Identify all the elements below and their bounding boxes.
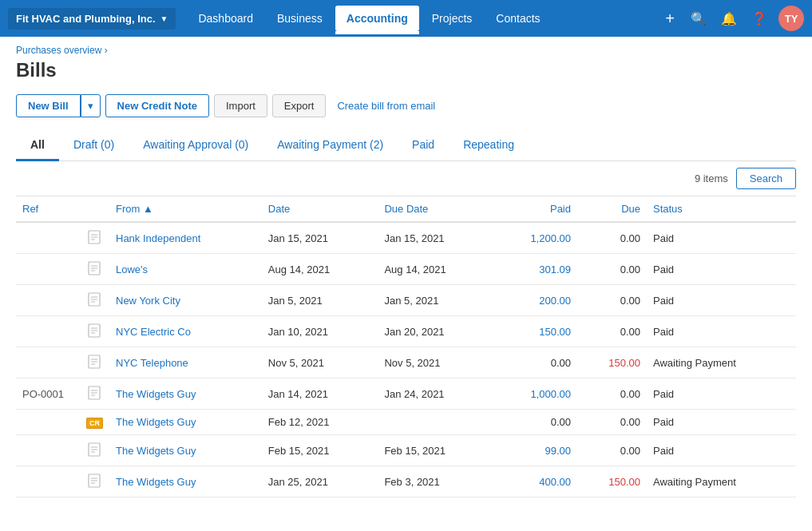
cell-icon (80, 435, 109, 466)
nav-link-business[interactable]: Business (266, 6, 334, 31)
document-icon (86, 473, 102, 489)
new-credit-note-button[interactable]: New Credit Note (105, 94, 209, 117)
tab-repeating[interactable]: Repeating (449, 130, 529, 161)
cell-paid: 0.00 (494, 347, 577, 378)
table-row[interactable]: NYC TelephoneNov 5, 2021Nov 5, 20210.001… (16, 347, 796, 378)
cell-due-date: Nov 5, 2021 (378, 347, 494, 378)
export-button[interactable]: Export (272, 94, 327, 117)
col-from[interactable]: From ▲ (109, 196, 262, 222)
cell-from[interactable]: NYC Telephone (109, 347, 262, 378)
cell-status: Paid (647, 410, 796, 435)
tabs: All Draft (0) Awaiting Approval (0) Awai… (16, 130, 796, 161)
col-date[interactable]: Date (262, 196, 378, 222)
nav-link-dashboard[interactable]: Dashboard (187, 6, 264, 31)
cell-icon (80, 222, 109, 254)
cell-due-date (378, 410, 494, 435)
table-row[interactable]: PO-0001The Widgets GuyJan 14, 2021Jan 24… (16, 378, 796, 410)
table-toolbar: 9 items Search (16, 161, 796, 196)
cell-due: 0.00 (577, 222, 647, 254)
nav-link-accounting[interactable]: Accounting (335, 6, 419, 31)
cell-status: Awaiting Payment (647, 347, 796, 378)
cell-status: Paid (647, 285, 796, 316)
cell-ref (16, 410, 80, 435)
cell-status: Paid (647, 316, 796, 347)
new-bill-group: New Bill ▾ (16, 94, 101, 117)
cell-paid: 150.00 (494, 316, 577, 347)
cell-date: Aug 14, 2021 (262, 254, 378, 285)
cell-date: Jan 15, 2021 (262, 222, 378, 254)
cell-date: Jan 14, 2021 (262, 378, 378, 410)
table-row[interactable]: Hank IndependentJan 15, 2021Jan 15, 2021… (16, 222, 796, 254)
col-due-date[interactable]: Due Date (378, 196, 494, 222)
document-icon (86, 354, 102, 370)
col-status[interactable]: Status (647, 196, 796, 222)
table-row[interactable]: The Widgets GuyJan 25, 2021Feb 3, 202140… (16, 466, 796, 497)
cell-due: 150.00 (577, 466, 647, 497)
cell-from[interactable]: The Widgets Guy (109, 466, 262, 497)
document-icon (86, 385, 102, 401)
table-row[interactable]: NYC Electric CoJan 10, 2021Jan 20, 20211… (16, 316, 796, 347)
tab-paid[interactable]: Paid (398, 130, 449, 161)
bell-icon[interactable]: 🔔 (718, 8, 740, 30)
cell-paid: 400.00 (494, 466, 577, 497)
cell-due-date: Jan 20, 2021 (378, 316, 494, 347)
table-row[interactable]: CRThe Widgets GuyFeb 12, 20210.000.00Pai… (16, 410, 796, 435)
breadcrumb[interactable]: Purchases overview › (16, 45, 796, 56)
tab-draft[interactable]: Draft (0) (59, 130, 129, 161)
nav-link-projects[interactable]: Projects (421, 6, 484, 31)
cell-status: Awaiting Payment (647, 466, 796, 497)
cell-from[interactable]: Hank Independent (109, 222, 262, 254)
cell-due-date: Feb 15, 2021 (378, 435, 494, 466)
tab-all[interactable]: All (16, 130, 59, 161)
cell-ref (16, 254, 80, 285)
tab-awaiting-payment[interactable]: Awaiting Payment (2) (263, 130, 398, 161)
help-icon[interactable]: ❓ (748, 8, 770, 30)
col-ref[interactable]: Ref (16, 196, 80, 222)
cell-icon (80, 466, 109, 497)
cell-date: Jan 25, 2021 (262, 466, 378, 497)
cell-icon (80, 378, 109, 410)
cell-ref (16, 435, 80, 466)
cell-due: 0.00 (577, 410, 647, 435)
cell-ref (16, 316, 80, 347)
cell-due: 0.00 (577, 378, 647, 410)
cell-paid: 99.00 (494, 435, 577, 466)
cell-ref: PO-0001 (16, 378, 80, 410)
search-icon[interactable]: 🔍 (687, 8, 710, 30)
cell-ref (16, 285, 80, 316)
avatar[interactable]: TY (778, 6, 804, 31)
col-due[interactable]: Due (577, 196, 647, 222)
import-button[interactable]: Import (214, 94, 267, 117)
company-chevron-icon: ▼ (160, 14, 168, 23)
cell-paid: 1,000.00 (494, 378, 577, 410)
cell-ref (16, 222, 80, 254)
cell-date: Feb 12, 2021 (262, 410, 378, 435)
col-paid[interactable]: Paid (494, 196, 577, 222)
cell-paid: 0.00 (494, 410, 577, 435)
create-from-email-button[interactable]: Create bill from email (331, 95, 442, 117)
document-icon (86, 260, 102, 276)
cell-due-date: Jan 5, 2021 (378, 285, 494, 316)
cell-due-date: Jan 24, 2021 (378, 378, 494, 410)
cell-icon (80, 285, 109, 316)
new-bill-button[interactable]: New Bill (16, 94, 81, 117)
table-row[interactable]: Lowe'sAug 14, 2021Aug 14, 2021301.090.00… (16, 254, 796, 285)
table-row[interactable]: The Widgets GuyFeb 15, 2021Feb 15, 20219… (16, 435, 796, 466)
cell-from[interactable]: New York City (109, 285, 262, 316)
tab-awaiting-approval[interactable]: Awaiting Approval (0) (129, 130, 263, 161)
page-content: Purchases overview › Bills New Bill ▾ Ne… (0, 37, 812, 505)
cell-from[interactable]: The Widgets Guy (109, 435, 262, 466)
cell-from[interactable]: NYC Electric Co (109, 316, 262, 347)
document-icon (86, 442, 102, 458)
nav-link-contacts[interactable]: Contacts (485, 6, 551, 31)
cell-from[interactable]: Lowe's (109, 254, 262, 285)
cell-ref (16, 466, 80, 497)
company-selector[interactable]: Fit HVAC and Plumbing, Inc. ▼ (8, 8, 176, 30)
table-row[interactable]: New York CityJan 5, 2021Jan 5, 2021200.0… (16, 285, 796, 316)
new-bill-dropdown-button[interactable]: ▾ (81, 94, 101, 117)
add-icon[interactable]: + (660, 8, 679, 30)
cell-from[interactable]: The Widgets Guy (109, 378, 262, 410)
search-button[interactable]: Search (736, 168, 796, 189)
cell-from[interactable]: The Widgets Guy (109, 410, 262, 435)
cell-icon (80, 347, 109, 378)
